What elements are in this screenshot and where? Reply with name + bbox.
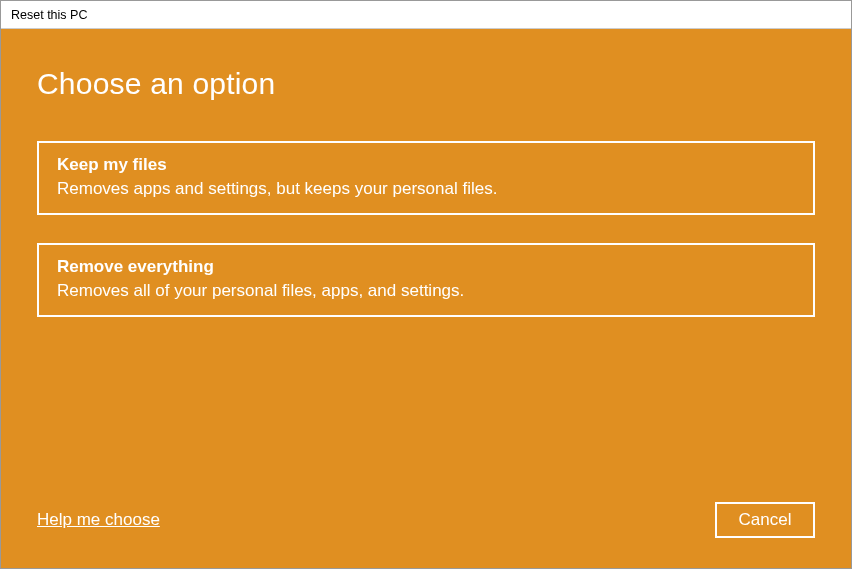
page-heading: Choose an option: [37, 67, 815, 101]
titlebar: Reset this PC: [1, 1, 851, 29]
option-keep-my-files[interactable]: Keep my files Removes apps and settings,…: [37, 141, 815, 215]
dialog-window: Reset this PC Choose an option Keep my f…: [0, 0, 852, 569]
cancel-button[interactable]: Cancel: [715, 502, 815, 538]
option-title: Keep my files: [57, 155, 795, 175]
option-description: Removes all of your personal files, apps…: [57, 281, 795, 301]
option-title: Remove everything: [57, 257, 795, 277]
window-title: Reset this PC: [11, 8, 87, 22]
option-remove-everything[interactable]: Remove everything Removes all of your pe…: [37, 243, 815, 317]
dialog-content: Choose an option Keep my files Removes a…: [1, 29, 851, 568]
help-me-choose-link[interactable]: Help me choose: [37, 510, 160, 530]
dialog-footer: Help me choose Cancel: [37, 502, 815, 538]
option-description: Removes apps and settings, but keeps you…: [57, 179, 795, 199]
